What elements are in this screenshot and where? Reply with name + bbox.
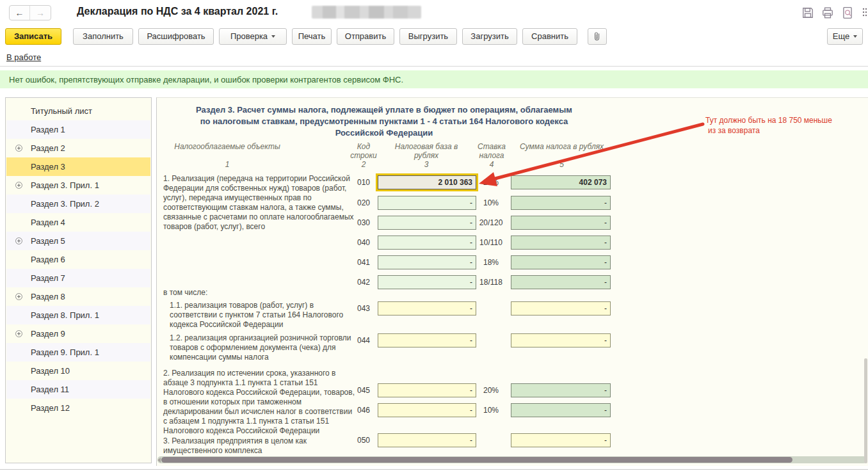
chevron-down-icon (853, 35, 857, 38)
decrypt-button[interactable]: Расшифровать (138, 28, 214, 45)
row-code: 010 (357, 178, 370, 187)
table-row-040: 040 - 10/110 - (0, 236, 640, 252)
validation-message: Нет ошибок, препятствующих отправке декл… (9, 75, 403, 84)
table-row-046: 046 - 10% - (0, 403, 640, 420)
tax-rate: 20% (475, 386, 507, 395)
row-code: 030 (357, 218, 370, 227)
status-state-link[interactable]: В работе (6, 52, 41, 62)
tax-rate: 10/110 (475, 238, 507, 247)
nav-history-group: ← → (9, 5, 51, 20)
sum-field[interactable]: - (511, 333, 611, 347)
row-code: 040 (357, 238, 370, 247)
print-icon[interactable] (821, 6, 834, 19)
column-header-base: Налоговая база в рублях3 (390, 142, 462, 160)
annotation-text-line: из за возврата (708, 126, 760, 135)
tax-rate: 18% (475, 258, 507, 267)
more-button[interactable]: Еще (827, 28, 863, 45)
sum-field[interactable]: - (511, 255, 611, 269)
sum-field[interactable]: - (511, 383, 611, 397)
chevron-down-icon (271, 35, 275, 38)
expand-plus-icon[interactable] (15, 293, 22, 300)
table-row-030: 030 - 20/120 - (0, 216, 640, 232)
vertical-scrollbar-thumb[interactable] (864, 358, 867, 463)
row-code: 050 (357, 436, 370, 445)
tax-rate: 10% (475, 198, 507, 207)
tax-rate: 20% (475, 178, 507, 187)
window-bottom-border (0, 469, 868, 470)
sum-field[interactable]: 402 073 (511, 175, 611, 189)
section-title-line: Российской Федерации (173, 128, 595, 138)
check-dropdown-button[interactable]: Проверка (219, 28, 287, 45)
row-code: 041 (357, 258, 370, 267)
column-header-code: Код строки2 (346, 142, 382, 160)
base-field[interactable]: - (378, 333, 476, 347)
sidebar-item-section-10[interactable]: Раздел 10 (6, 362, 150, 380)
save-icon[interactable] (801, 6, 814, 19)
scrollbar-left-arrow-icon[interactable] (157, 458, 161, 463)
base-field[interactable]: - (378, 403, 476, 417)
horizontal-scrollbar-thumb[interactable] (161, 457, 792, 463)
more-menu-dots-icon[interactable] (862, 6, 868, 19)
sum-field[interactable]: - (511, 216, 611, 230)
table-row-050: 050 - - (0, 433, 640, 450)
column-header-objects: Налогооблагаемые объекты1 (163, 142, 291, 151)
sidebar-item-title-page[interactable]: Титульный лист (6, 102, 150, 120)
page-title: Декларация по НДС за 4 квартал 2021 г. (77, 6, 278, 17)
sum-field[interactable]: - (511, 196, 611, 210)
table-row-043: 043 - - (0, 301, 640, 318)
save-button[interactable]: Записать (5, 28, 61, 45)
export-button[interactable]: Выгрузить (399, 28, 457, 45)
check-label: Проверка (230, 31, 268, 41)
row-code: 046 (357, 406, 370, 415)
table-row-010: 010 2 010 363 20% 402 073 (0, 175, 640, 192)
base-field[interactable]: - (378, 255, 476, 269)
sidebar-item-section-3[interactable]: Раздел 3 (6, 157, 150, 176)
validation-message-bar: Нет ошибок, препятствующих отправке декл… (0, 70, 868, 88)
table-row-020: 020 - 10% - (0, 196, 640, 212)
sum-field[interactable]: - (511, 301, 611, 315)
base-field[interactable]: - (378, 216, 476, 230)
sidebar-item-section-2[interactable]: Раздел 2 (6, 139, 150, 157)
forward-arrow-button[interactable]: → (30, 6, 51, 20)
send-button[interactable]: Отправить (337, 28, 394, 45)
base-field[interactable]: - (378, 275, 476, 289)
section-title-line: Раздел 3. Расчет суммы налога, подлежаще… (173, 105, 595, 115)
base-field[interactable]: - (378, 301, 476, 315)
sum-field[interactable]: - (511, 403, 611, 417)
section-title-line: по налоговым ставкам, предусмотренным пу… (173, 116, 595, 126)
base-field[interactable]: - (378, 383, 476, 397)
sum-field[interactable]: - (511, 236, 611, 250)
table-row-044: 044 - - (0, 333, 640, 350)
row-code: 020 (357, 198, 370, 207)
row-code: 044 (357, 336, 370, 345)
import-button[interactable]: Загрузить (462, 28, 517, 45)
row-code: 043 (357, 304, 370, 313)
base-field[interactable]: 2 010 363 (378, 175, 476, 189)
base-field[interactable]: - (378, 236, 476, 250)
tax-rate: 18/118 (475, 278, 507, 287)
table-row-042: 042 - 18/118 - (0, 275, 640, 292)
compare-button[interactable]: Сравнить (522, 28, 577, 45)
row-description-2: 2. Реализация по истечении срока, указан… (163, 369, 355, 436)
redacted-title-fragment (312, 6, 421, 19)
row-code: 042 (357, 278, 370, 287)
base-field[interactable]: - (378, 196, 476, 210)
annotation-text-line: Тут должно быть на 18 750 меньше (705, 116, 832, 125)
fill-button[interactable]: Заполнить (73, 28, 133, 45)
base-field[interactable]: - (378, 433, 476, 447)
sidebar-item-section-1[interactable]: Раздел 1 (6, 120, 150, 139)
table-row-041: 041 - 18% - (0, 255, 640, 272)
sum-field[interactable]: - (511, 433, 611, 447)
attachments-button[interactable] (588, 28, 607, 45)
expand-plus-icon[interactable] (15, 145, 22, 152)
more-label: Еще (833, 31, 849, 41)
row-code: 045 (357, 386, 370, 395)
column-header-rate: Ставка налога4 (475, 142, 508, 160)
sum-field[interactable]: - (511, 275, 611, 289)
print-button[interactable]: Печать (292, 28, 332, 45)
back-arrow-button[interactable]: ← (10, 6, 30, 20)
paperclip-icon (593, 31, 602, 42)
separator-line (0, 66, 868, 67)
preview-icon[interactable] (841, 6, 854, 19)
tax-rate: 10% (475, 406, 507, 415)
